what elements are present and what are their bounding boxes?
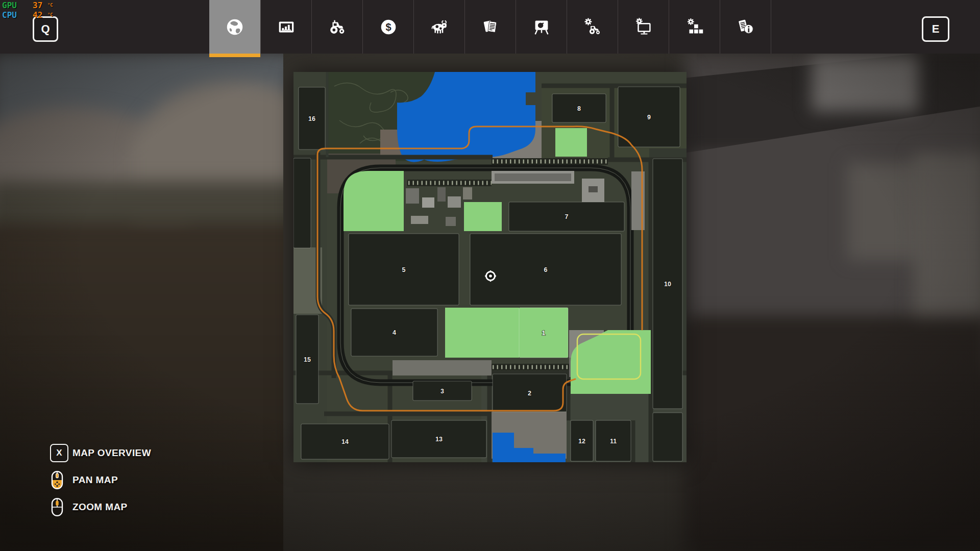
gpu-value: 37 [33,1,42,10]
perf-monitor-overlay: GPU37 °C CPU42 °C [2,1,53,20]
field-number-2: 2 [528,390,531,397]
blocks-gear-icon [684,16,705,38]
field-number-16: 16 [308,115,315,122]
field-number-6: 6 [544,266,548,273]
tab-statistics[interactable] [260,0,311,54]
next-menu-hotkey: E [922,16,949,42]
hint-label: MAP OVERVIEW [72,447,151,459]
cpu-unit: °C [47,12,53,17]
dollar-coin-icon: $ [378,16,399,38]
hint-zoom-map: ZOOM MAP [50,497,151,517]
x-keycap: X [50,444,68,462]
tab-game-settings[interactable] [618,0,669,54]
field-number-14: 14 [341,438,349,445]
gpu-temp-row: GPU37 °C [2,1,53,10]
mouse-pan-icon [50,470,72,490]
bar-chart-icon [276,16,297,38]
tractor-gear-icon [582,16,603,38]
parcel [293,158,311,248]
tab-vehicle-settings[interactable] [567,0,618,54]
tab-map[interactable] [209,0,260,54]
help-hints: X MAP OVERVIEW PAN MAP ZOOM M [50,443,151,524]
gpu-unit: °C [47,3,53,8]
monitor-gear-icon [633,16,654,38]
gpu-label: GPU [2,1,33,10]
field-number-5: 5 [402,266,406,273]
tractor-icon [327,16,348,38]
map-svg: 12345678910111213141516 [293,72,687,462]
field-number-8: 8 [577,105,581,112]
cpu-label: CPU [2,10,33,20]
field-number-10: 10 [664,281,671,288]
menu-tab-strip: $ [209,0,771,54]
field-number-4: 4 [393,329,396,336]
svg-text:$: $ [385,21,391,33]
menu-top-bar: $ [0,0,980,54]
tab-production[interactable] [516,0,567,54]
tab-finances[interactable]: $ [362,0,413,54]
prev-menu-hotkey: Q [33,16,58,42]
hint-label: PAN MAP [72,474,118,486]
easel-board-icon [531,16,552,38]
field-number-13: 13 [435,436,443,443]
info-document-icon [735,16,756,38]
hint-pan-map: PAN MAP [50,470,151,490]
cpu-temp-row: CPU42 °C [2,10,53,20]
field-number-1: 1 [542,330,546,337]
tab-animals[interactable] [413,0,464,54]
tab-help[interactable] [720,0,771,54]
field-number-11: 11 [610,438,617,445]
field-number-3: 3 [440,388,444,395]
map-view[interactable]: 12345678910111213141516 [293,72,687,462]
tab-vehicles[interactable] [311,0,362,54]
parcel [653,413,682,461]
field-number-15: 15 [304,356,311,363]
cpu-value: 42 [33,10,42,20]
documents-icon [480,16,501,38]
cow-icon [429,16,450,38]
hint-map-overview: X MAP OVERVIEW [50,443,151,463]
tab-general-settings[interactable] [669,0,720,54]
field-number-12: 12 [578,438,585,445]
field-number-7: 7 [565,213,569,220]
hint-label: ZOOM MAP [72,502,128,513]
field-number-9: 9 [647,114,651,121]
globe-icon [224,16,246,38]
tab-contracts[interactable] [464,0,516,54]
mouse-zoom-icon [50,497,72,517]
